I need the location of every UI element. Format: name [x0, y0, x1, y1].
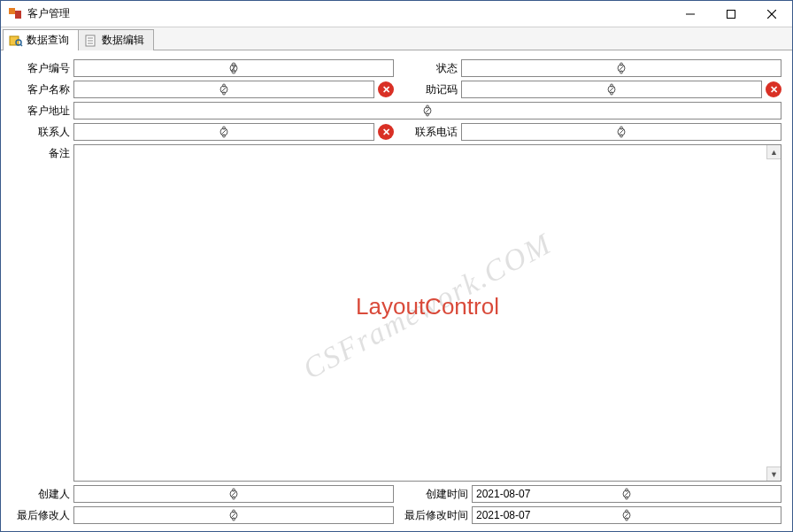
label-remark: 备注 [12, 144, 73, 161]
field-contact[interactable] [73, 123, 374, 141]
tab-query[interactable]: 数据查询 [3, 29, 79, 50]
scroll-down-button[interactable]: ▼ [766, 466, 781, 481]
tab-label: 数据编辑 [102, 33, 144, 48]
close-button[interactable] [751, 1, 792, 27]
field-creator[interactable] [73, 485, 394, 503]
layout-control: 客户编号 状态 客户名称 [1, 50, 792, 531]
label-create-time: 创建时间 [399, 487, 472, 502]
scroll-up-button[interactable]: ▲ [766, 145, 781, 159]
input-create-time[interactable] [473, 486, 781, 502]
label-phone: 联系电话 [399, 125, 461, 140]
input-creator[interactable] [74, 486, 393, 502]
field-address[interactable] [73, 102, 781, 120]
input-modify-time[interactable] [473, 507, 781, 523]
minimize-button[interactable] [670, 1, 711, 27]
label-contact: 联系人 [12, 125, 73, 140]
input-phone[interactable] [462, 124, 781, 140]
clear-contact-button[interactable]: ✕ [378, 124, 394, 140]
tab-strip: 数据查询 数据编辑 [1, 27, 792, 50]
field-create-time[interactable] [472, 485, 781, 503]
label-creator: 创建人 [12, 487, 73, 502]
titlebar: 客户管理 [1, 1, 792, 27]
input-contact[interactable] [74, 124, 373, 140]
input-customer-no[interactable] [74, 60, 393, 76]
label-modifier: 最后修改人 [12, 508, 73, 523]
field-phone[interactable] [461, 123, 781, 141]
input-status[interactable] [462, 60, 781, 76]
watermark-text: CSFramework.COM [297, 227, 558, 386]
input-address[interactable] [74, 103, 781, 119]
input-customer-name[interactable] [74, 81, 373, 97]
field-modifier[interactable] [73, 506, 394, 524]
app-icon [8, 7, 22, 21]
svg-rect-0 [9, 8, 15, 14]
svg-rect-1 [15, 11, 21, 19]
overlay-label: LayoutControl [356, 292, 499, 320]
svg-rect-3 [728, 10, 735, 18]
field-remark[interactable]: ▲ ▼ CSFramework.COM LayoutControl [73, 144, 781, 482]
field-customer-no[interactable] [73, 59, 394, 77]
svg-line-8 [20, 44, 22, 46]
window-frame: 客户管理 数据查询 数据编辑 客户编号 [0, 0, 793, 532]
field-mnemonic[interactable] [461, 81, 762, 98]
clear-customer-name-button[interactable]: ✕ [378, 81, 394, 97]
window-title: 客户管理 [27, 6, 670, 21]
label-mnemonic: 助记码 [399, 82, 461, 97]
label-customer-no: 客户编号 [12, 61, 73, 76]
label-status: 状态 [399, 61, 461, 76]
label-address: 客户地址 [12, 104, 73, 119]
clear-mnemonic-button[interactable]: ✕ [766, 81, 781, 97]
field-customer-name[interactable] [73, 81, 374, 98]
input-mnemonic[interactable] [462, 81, 761, 97]
tab-label: 数据查询 [27, 33, 69, 48]
edit-icon [84, 34, 98, 48]
maximize-button[interactable] [711, 1, 751, 27]
label-customer-name: 客户名称 [12, 82, 73, 97]
input-modifier[interactable] [74, 507, 393, 523]
field-modify-time[interactable] [472, 506, 781, 524]
label-modify-time: 最后修改时间 [399, 508, 472, 523]
field-status[interactable] [461, 59, 781, 77]
query-icon [9, 34, 23, 48]
tab-edit[interactable]: 数据编辑 [78, 29, 154, 50]
